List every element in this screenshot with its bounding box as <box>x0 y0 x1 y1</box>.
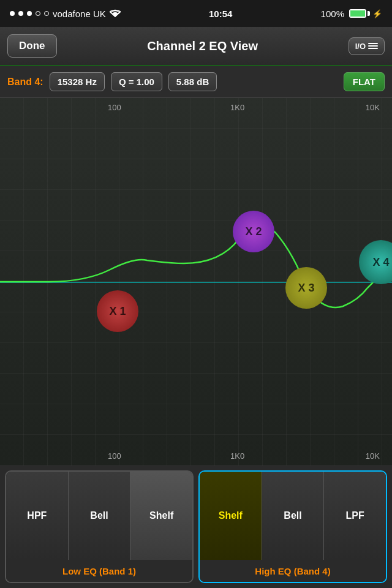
eq-curve <box>0 98 392 466</box>
battery-icon: ⚡ <box>349 9 382 18</box>
freq-1k-bottom: 1K0 <box>230 451 244 461</box>
eq-display: 100 1K0 10K X 1 X 2 X 3 X 4 100 1K0 10K <box>0 98 392 466</box>
status-right: 100% ⚡ <box>321 9 382 19</box>
carrier-label: vodafone UK <box>53 9 106 19</box>
status-bar: vodafone UK 10:54 100% ⚡ <box>0 0 392 27</box>
io-lines-icon <box>368 43 378 49</box>
low-bell-button[interactable]: Bell <box>69 472 131 560</box>
frequency-box[interactable]: 15328 Hz <box>50 72 105 91</box>
band-2-node[interactable]: X 2 <box>233 211 274 252</box>
q-box[interactable]: Q = 1.00 <box>111 72 162 91</box>
low-shelf-button[interactable]: Shelf <box>130 472 192 560</box>
flat-button[interactable]: FLAT <box>344 72 385 91</box>
high-eq-label: High EQ (Band 4) <box>200 560 386 582</box>
signal-dot-5 <box>44 11 49 16</box>
low-eq-section: HPF Bell Shelf Low EQ (Band 1) <box>5 470 194 583</box>
low-eq-buttons: HPF Bell Shelf <box>6 472 192 560</box>
freq-10k-bottom: 10K <box>366 451 380 461</box>
gain-box[interactable]: 5.88 dB <box>168 72 217 91</box>
low-eq-label: Low EQ (Band 1) <box>6 560 192 582</box>
signal-dot-3 <box>27 11 32 16</box>
high-eq-buttons: Shelf Bell LPF <box>200 472 386 560</box>
band-label: Band 4: <box>7 77 43 88</box>
high-shelf-button[interactable]: Shelf <box>200 472 262 560</box>
band-3-label: X 3 <box>298 282 314 295</box>
status-left: vodafone UK <box>10 9 121 19</box>
header-bar: Done Channel 2 EQ View I/O <box>0 27 392 66</box>
band-info-bar: Band 4: 15328 Hz Q = 1.00 5.88 dB FLAT <box>0 66 392 98</box>
signal-dot-1 <box>10 11 15 16</box>
wifi-icon <box>110 9 121 18</box>
band-2-label: X 2 <box>245 225 262 238</box>
band-1-label: X 1 <box>109 305 126 318</box>
freq-100-bottom: 100 <box>108 451 121 461</box>
signal-dot-4 <box>36 11 40 16</box>
battery-percent: 100% <box>321 9 344 19</box>
header-title: Channel 2 EQ View <box>147 39 258 53</box>
high-lpf-button[interactable]: LPF <box>324 472 386 560</box>
band-3-node[interactable]: X 3 <box>285 267 327 309</box>
bottom-controls: HPF Bell Shelf Low EQ (Band 1) Shelf Bel… <box>0 466 392 588</box>
done-button[interactable]: Done <box>7 34 57 58</box>
signal-dot-2 <box>18 11 23 16</box>
io-label: I/O <box>355 42 366 51</box>
band-1-node[interactable]: X 1 <box>97 290 138 332</box>
status-time: 10:54 <box>209 9 232 19</box>
high-bell-button[interactable]: Bell <box>262 472 325 560</box>
high-eq-section: Shelf Bell LPF High EQ (Band 4) <box>198 470 387 583</box>
band-4-label: X 4 <box>372 256 389 269</box>
low-hpf-button[interactable]: HPF <box>6 472 69 560</box>
io-button[interactable]: I/O <box>349 37 385 55</box>
